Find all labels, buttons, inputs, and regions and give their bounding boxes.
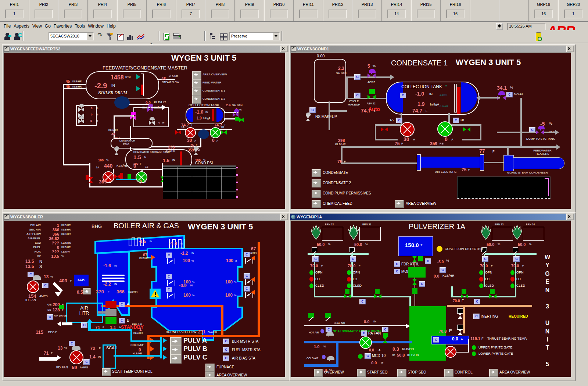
- pushpin-icon[interactable]: [291, 46, 296, 51]
- refresh-page-icon[interactable]: [162, 32, 172, 42]
- pipe: [114, 355, 161, 357]
- control-button[interactable]: C: [361, 330, 367, 336]
- menu-help[interactable]: Help: [105, 23, 117, 29]
- control-button[interactable]: C: [309, 107, 316, 113]
- stat-value: ???: [42, 250, 59, 254]
- pushpin-icon[interactable]: [4, 46, 9, 51]
- nav-start-seq-button[interactable]: [357, 369, 366, 377]
- control-button[interactable]: C: [83, 359, 90, 365]
- control-button[interactable]: C: [394, 261, 400, 267]
- status-light-lo: [510, 277, 514, 282]
- control-button[interactable]: C: [166, 253, 172, 258]
- b-label: B: [127, 318, 129, 322]
- control-button[interactable]: C: [47, 314, 53, 320]
- control-button[interactable]: C: [453, 118, 459, 123]
- titlebar-feedwater[interactable]: WYGEN3FEEDWATERTS2: [3, 46, 288, 52]
- bar-chart-icon[interactable]: [126, 32, 136, 42]
- control-button[interactable]: C: [473, 314, 480, 319]
- control-button[interactable]: C: [244, 286, 250, 292]
- control-button[interactable]: C: [354, 74, 361, 80]
- scope-combobox[interactable]: 5ECACSW2010: [49, 32, 94, 40]
- tile-layout-icon[interactable]: [218, 32, 229, 42]
- menu-tools[interactable]: Tools: [73, 23, 86, 29]
- unit-label: KLB/HR: [116, 164, 129, 168]
- control-button[interactable]: C: [350, 256, 356, 262]
- operator-message-icon[interactable]: [3, 32, 13, 42]
- nav-overview-button[interactable]: [314, 369, 323, 377]
- nav-furnace-button[interactable]: [205, 364, 215, 372]
- control-button[interactable]: C: [474, 299, 480, 304]
- control-button[interactable]: C: [425, 258, 431, 264]
- titlebar-condensate1[interactable]: WYGEN3COND1: [290, 46, 574, 52]
- nav-control-button[interactable]: [444, 369, 453, 377]
- chevron-down-icon[interactable]: [273, 33, 279, 40]
- control-button[interactable]: C: [354, 93, 361, 98]
- control-button[interactable]: C: [223, 355, 229, 361]
- nav-condensate1-button[interactable]: [192, 87, 201, 96]
- control-button[interactable]: C: [81, 322, 87, 328]
- titlebar-pulverizer[interactable]: WYGEN3P1A: [290, 214, 574, 220]
- control-button[interactable]: C: [359, 299, 366, 304]
- nav-pulv-c-button[interactable]: [170, 354, 182, 364]
- nav-area-overview-button[interactable]: [192, 71, 201, 79]
- control-button[interactable]: C: [119, 302, 125, 307]
- operator-alert-icon[interactable]: [12, 32, 23, 42]
- nav-condensate2-button[interactable]: [192, 96, 201, 104]
- nav-label: OVERVIEW: [324, 370, 344, 374]
- nav-condensate-button[interactable]: [312, 169, 321, 177]
- control-button[interactable]: C: [440, 267, 446, 273]
- close-icon[interactable]: [566, 214, 574, 220]
- nav-stop-seq-button[interactable]: [397, 369, 406, 377]
- control-button[interactable]: C: [166, 287, 172, 292]
- close-icon[interactable]: [280, 46, 288, 52]
- nav-chemical-feed-button[interactable]: [312, 200, 321, 208]
- control-button[interactable]: C: [400, 93, 406, 98]
- close-icon[interactable]: [566, 46, 574, 52]
- redo-icon[interactable]: ↷: [95, 32, 105, 42]
- menu-window[interactable]: Window: [86, 23, 105, 29]
- control-button[interactable]: C: [69, 341, 75, 346]
- control-button[interactable]: C: [326, 327, 332, 332]
- preserve-combobox[interactable]: Preserve: [229, 32, 280, 40]
- nav-condensate2-button[interactable]: [312, 179, 321, 187]
- nav-scah-temp-button[interactable]: [102, 368, 111, 376]
- filter-icon[interactable]: [105, 32, 115, 42]
- tree-view-icon[interactable]: [208, 32, 218, 42]
- nav-area-overview-button[interactable]: [395, 200, 404, 208]
- menu-go[interactable]: Go: [43, 23, 52, 29]
- control-button[interactable]: C: [223, 347, 229, 353]
- control-button[interactable]: C: [506, 92, 513, 97]
- print-icon[interactable]: [172, 32, 182, 42]
- control-button[interactable]: C: [244, 252, 250, 257]
- control-button[interactable]: C: [419, 281, 425, 287]
- menu-aspects[interactable]: Aspects: [12, 23, 31, 29]
- control-button[interactable]: C: [482, 256, 488, 262]
- control-button[interactable]: C: [42, 283, 49, 288]
- menu-file[interactable]: File: [2, 23, 12, 29]
- nav-area-overview-button[interactable]: [489, 369, 498, 377]
- line-chart-icon[interactable]: [136, 32, 146, 42]
- control-button[interactable]: C: [223, 339, 229, 344]
- control-button[interactable]: C: [166, 274, 172, 279]
- close-icon[interactable]: [280, 214, 288, 220]
- menu-favorites[interactable]: Favorites: [52, 23, 73, 29]
- control-button[interactable]: C: [312, 256, 319, 262]
- menu-view[interactable]: View: [31, 23, 43, 29]
- control-button[interactable]: C: [513, 256, 520, 262]
- control-button[interactable]: C: [244, 273, 250, 279]
- control-button[interactable]: C: [433, 337, 439, 343]
- control-button[interactable]: C: [119, 318, 125, 324]
- titlebar-boiler[interactable]: WYGEN3BOILER: [3, 214, 288, 220]
- nav-area-overview-button[interactable]: [205, 372, 215, 378]
- edit-slate-icon[interactable]: [115, 32, 126, 42]
- nav-cond-pump-permissives-button[interactable]: [312, 190, 321, 198]
- pushpin-icon[interactable]: [4, 214, 9, 219]
- control-button[interactable]: C: [394, 269, 400, 274]
- control-button[interactable]: C: [365, 353, 371, 359]
- flow: 366: [116, 289, 125, 294]
- menu-spinner[interactable]: [496, 23, 503, 30]
- control-button[interactable]: C: [396, 118, 402, 123]
- chevron-down-icon[interactable]: [87, 33, 93, 40]
- nav-feedwater-button[interactable]: [192, 79, 201, 87]
- control-button[interactable]: C: [382, 327, 388, 332]
